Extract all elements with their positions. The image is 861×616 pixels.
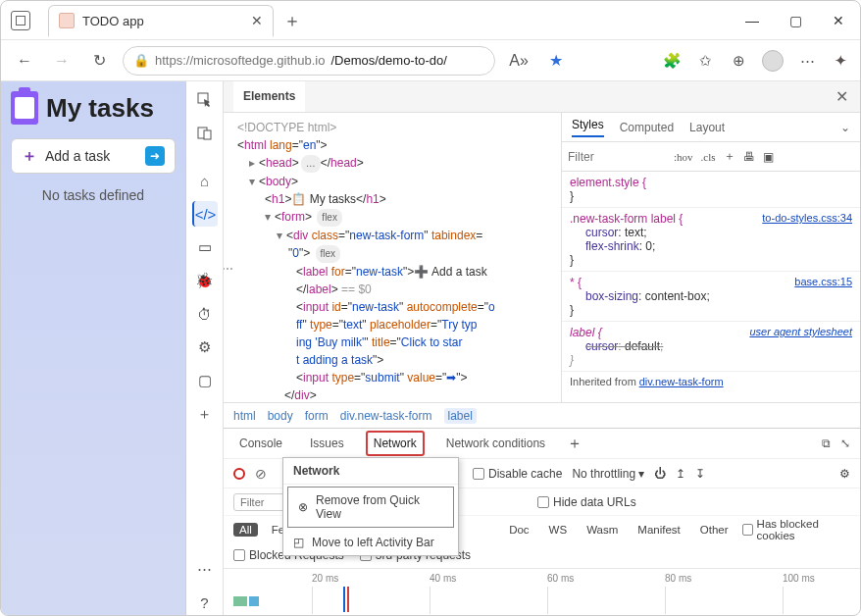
minimize-button[interactable]: —: [731, 1, 774, 40]
expand-icon[interactable]: ⌄: [840, 121, 850, 134]
dock-icon[interactable]: ⧉: [822, 436, 831, 450]
filter-other[interactable]: Other: [694, 523, 734, 537]
new-rule-button[interactable]: ＋: [724, 148, 735, 165]
favorites-button[interactable]: ✩: [695, 51, 715, 71]
css-rule[interactable]: base.css:15 * { box-sizing: content-box;…: [562, 272, 860, 322]
styles-filter-input[interactable]: [568, 150, 666, 164]
page-content: My tasks ＋ Add a task ➜ No tasks defined: [1, 81, 185, 615]
hide-data-urls-checkbox[interactable]: Hide data URLs: [537, 495, 636, 509]
css-rule[interactable]: to-do-styles.css:34 .new-task-form label…: [562, 208, 860, 272]
settings-icon[interactable]: ⚙: [839, 467, 850, 481]
devtools: ⌂ </> ▭ 🐞 ⏱ ⚙ ▢ ＋ ⋯ ? Elements ✕: [185, 81, 860, 615]
maximize-button[interactable]: ▢: [774, 1, 817, 40]
menu-move[interactable]: ◰ Move to left Activity Bar: [283, 530, 458, 555]
crumb[interactable]: div.new-task-form: [340, 409, 432, 423]
console-icon[interactable]: ▭: [192, 234, 218, 260]
print-icon[interactable]: 🖶: [743, 150, 755, 164]
inherited-link[interactable]: div.new-task-form: [639, 376, 724, 387]
collections-button[interactable]: ⊕: [729, 51, 748, 71]
read-aloud-button[interactable]: A»: [505, 47, 532, 75]
drawer-tab-issues[interactable]: Issues: [304, 433, 350, 454]
throttling-select[interactable]: No throttling ▾: [572, 467, 644, 481]
lock-icon: 🔒: [133, 53, 149, 68]
add-task-button[interactable]: ＋ Add a task ➜: [11, 138, 176, 174]
load-marker: [343, 587, 345, 612]
close-tab-button[interactable]: ✕: [251, 13, 263, 28]
css-rule-ua[interactable]: user agent stylesheet label { cursor: de…: [562, 322, 860, 372]
clipboard-icon: [11, 91, 38, 125]
wifi-icon[interactable]: ⏻: [654, 467, 666, 481]
clear-button[interactable]: ⊘: [255, 466, 267, 482]
elements-icon[interactable]: </>: [192, 201, 218, 227]
close-devtools-button[interactable]: ✕: [824, 87, 860, 106]
source-link[interactable]: base.css:15: [794, 276, 852, 287]
filter-manifest[interactable]: Manifest: [632, 523, 685, 537]
tab-styles[interactable]: Styles: [572, 118, 604, 137]
cls-toggle[interactable]: .cls: [701, 151, 716, 163]
crumb[interactable]: html: [233, 409, 256, 423]
extensions-button[interactable]: 🧩: [662, 51, 682, 71]
upload-icon[interactable]: ↥: [676, 467, 685, 481]
window-titlebar: TODO app ✕ ＋ — ▢ ✕: [1, 1, 860, 40]
submit-icon[interactable]: ➜: [145, 146, 165, 166]
add-tool-button[interactable]: ＋: [192, 401, 218, 427]
copilot-button[interactable]: ✦: [831, 51, 850, 71]
filter-doc[interactable]: Doc: [503, 523, 534, 537]
application-icon[interactable]: ▢: [192, 368, 218, 393]
favicon-icon: [59, 13, 75, 28]
filter-ws[interactable]: WS: [543, 523, 574, 537]
dom-tree[interactable]: ⋯ <!DOCTYPE html> <html lang="en"> ▸<hea…: [224, 113, 561, 402]
drawer-tab-network[interactable]: Network: [366, 431, 425, 456]
welcome-icon[interactable]: ⌂: [192, 168, 218, 193]
tab-elements[interactable]: Elements: [233, 81, 305, 112]
crumb[interactable]: body: [268, 409, 293, 423]
url-bar[interactable]: 🔒 https://microsoftedge.github.io/Demos/…: [123, 46, 495, 76]
crumb-selected[interactable]: label: [444, 408, 477, 424]
drawer-collapse-icon[interactable]: ⤡: [840, 436, 850, 450]
context-title: Network: [283, 458, 458, 485]
favorite-button[interactable]: ★: [542, 47, 570, 75]
more-button[interactable]: ⋯: [797, 51, 817, 71]
record-button[interactable]: [233, 468, 245, 480]
performance-icon[interactable]: ⏱: [192, 301, 218, 327]
new-tab-button[interactable]: ＋: [283, 9, 301, 32]
browser-tab[interactable]: TODO app ✕: [48, 5, 274, 36]
help-button[interactable]: ?: [192, 590, 218, 615]
svg-rect-2: [204, 130, 211, 139]
network-timeline[interactable]: 20 ms 40 ms 60 ms 80 ms 100 ms: [224, 568, 860, 615]
forward-button[interactable]: →: [48, 47, 76, 75]
url-host: https://microsoftedge.github.io: [155, 53, 325, 68]
browser-toolbar: ← → ↻ 🔒 https://microsoftedge.github.io/…: [1, 40, 860, 81]
inspect-button[interactable]: [192, 87, 218, 113]
blocked-cookies-checkbox[interactable]: Has blocked cookies: [742, 518, 850, 541]
sources-icon[interactable]: 🐞: [192, 268, 218, 293]
device-button[interactable]: [192, 121, 218, 146]
disable-cache-checkbox[interactable]: Disable cache: [473, 467, 562, 481]
network-toolbar: ⊘ Network ⊗ Remove from Quick View ◰ Mov…: [224, 458, 860, 488]
drawer-add-button[interactable]: ＋: [567, 434, 582, 454]
drawer-tab-conditions[interactable]: Network conditions: [440, 433, 551, 454]
page-title: My tasks: [11, 91, 176, 125]
menu-remove[interactable]: ⊗ Remove from Quick View: [287, 487, 454, 528]
source-link[interactable]: to-do-styles.css:34: [762, 212, 852, 224]
filter-wasm[interactable]: Wasm: [581, 523, 624, 537]
filter-all[interactable]: All: [233, 523, 258, 537]
tab-computed[interactable]: Computed: [620, 121, 674, 134]
download-icon[interactable]: ↧: [695, 467, 705, 481]
element-style-rule[interactable]: element.style {}: [562, 172, 860, 208]
overflow-icon[interactable]: ⋯: [224, 260, 234, 278]
reload-button[interactable]: ↻: [85, 47, 113, 75]
back-button[interactable]: ←: [11, 47, 38, 75]
drawer-tab-console[interactable]: Console: [233, 433, 288, 454]
computed-toggle-icon[interactable]: ▣: [763, 150, 774, 164]
close-window-button[interactable]: ✕: [817, 1, 860, 40]
hov-toggle[interactable]: :hov: [674, 151, 693, 163]
crumb[interactable]: form: [305, 409, 329, 423]
memory-icon[interactable]: ⚙: [192, 334, 218, 360]
profile-button[interactable]: [762, 50, 784, 72]
inherited-section: Inherited from div.new-task-form: [562, 372, 860, 391]
panel-tabs: Elements ✕: [224, 81, 860, 113]
tab-title: TODO app: [82, 14, 144, 28]
more-tools-button[interactable]: ⋯: [192, 556, 218, 582]
tab-layout[interactable]: Layout: [689, 121, 725, 134]
